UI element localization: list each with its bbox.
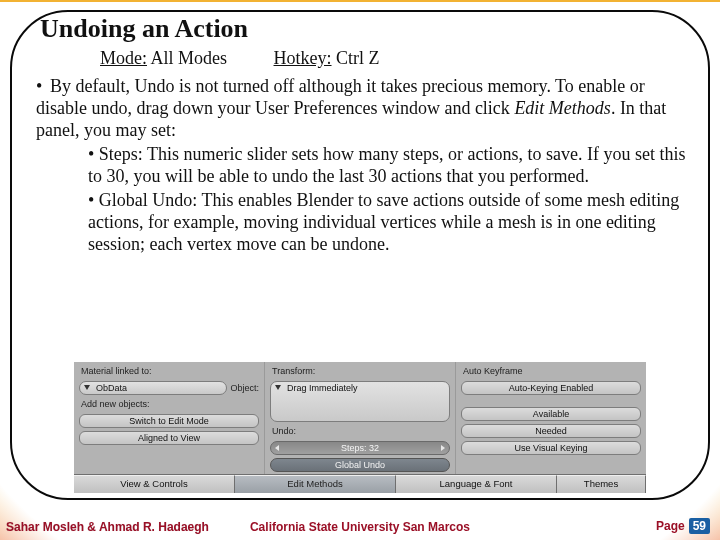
mode-value: All Modes — [151, 48, 228, 68]
pref-col-autokey: Auto Keyframe Auto-Keying Enabled Availa… — [456, 362, 646, 474]
tab-view-controls[interactable]: View & Controls — [74, 475, 235, 493]
switch-edit-mode-button[interactable]: Switch to Edit Mode — [79, 414, 259, 428]
needed-button[interactable]: Needed — [461, 424, 641, 438]
material-linked-menu[interactable]: ObData — [79, 381, 227, 395]
spacer — [461, 398, 641, 404]
mode-hotkey-line: Mode: All Modes Hotkey: Ctrl Z — [100, 48, 380, 69]
global-undo-toggle[interactable]: Global Undo — [270, 458, 450, 472]
mode-label: Mode: — [100, 48, 147, 68]
footer-institution: California State University San Marcos — [0, 520, 720, 534]
tab-themes[interactable]: Themes — [557, 475, 646, 493]
slide: Undoing an Action Mode: All Modes Hotkey… — [0, 0, 720, 540]
object-label: Object: — [230, 383, 259, 393]
section-label: Auto Keyframe — [461, 365, 641, 378]
tab-language-font[interactable]: Language & Font — [396, 475, 557, 493]
increment-arrow-icon[interactable] — [441, 445, 445, 451]
available-button[interactable]: Available — [461, 407, 641, 421]
sub-bullet: • Steps: This numeric slider sets how ma… — [88, 144, 686, 188]
section-label: Add new objects: — [79, 398, 259, 411]
pref-col-transform-undo: Transform: Drag Immediately Undo: Steps:… — [265, 362, 456, 474]
footer-page: Page59 — [656, 518, 710, 534]
section-label: Material linked to: — [79, 365, 259, 378]
use-visual-keying-button[interactable]: Use Visual Keying — [461, 441, 641, 455]
body-text: •By default, Undo is not turned off alth… — [36, 76, 686, 258]
transform-menu[interactable]: Drag Immediately — [270, 381, 450, 422]
sub-bullet-list: • Steps: This numeric slider sets how ma… — [88, 144, 686, 256]
section-label: Undo: — [270, 425, 450, 438]
body-italic: Edit Methods — [514, 98, 611, 118]
sub-bullet-text: Steps: This numeric slider sets how many… — [88, 144, 685, 186]
pref-col-material: Material linked to: ObData Object: Add n… — [74, 362, 265, 474]
page-label: Page — [656, 519, 685, 533]
decrement-arrow-icon[interactable] — [275, 445, 279, 451]
bullet-glyph: • — [36, 76, 50, 98]
menu-arrow-icon — [275, 385, 281, 390]
hotkey-value: Ctrl Z — [336, 48, 380, 68]
hotkey-label: Hotkey: — [274, 48, 332, 68]
menu-value: ObData — [96, 383, 127, 393]
aligned-to-view-button[interactable]: Aligned to View — [79, 431, 259, 445]
sub-bullet: • Global Undo: This enables Blender to s… — [88, 190, 686, 256]
page-number: 59 — [689, 518, 710, 534]
section-label: Transform: — [270, 365, 450, 378]
pref-tab-strip: View & Controls Edit Methods Language & … — [74, 474, 646, 492]
sub-bullet-text: Global Undo: This enables Blender to sav… — [88, 190, 679, 254]
steps-value: 32 — [369, 443, 379, 453]
menu-arrow-icon — [84, 385, 90, 390]
undo-steps-slider[interactable]: Steps: 32 — [270, 441, 450, 455]
slide-title: Undoing an Action — [40, 14, 248, 44]
auto-keying-enabled-button[interactable]: Auto-Keying Enabled — [461, 381, 641, 395]
menu-value: Drag Immediately — [287, 383, 358, 393]
blender-preferences-panel: Material linked to: ObData Object: Add n… — [74, 362, 646, 492]
tab-edit-methods[interactable]: Edit Methods — [235, 475, 396, 493]
steps-label: Steps: — [341, 443, 367, 453]
